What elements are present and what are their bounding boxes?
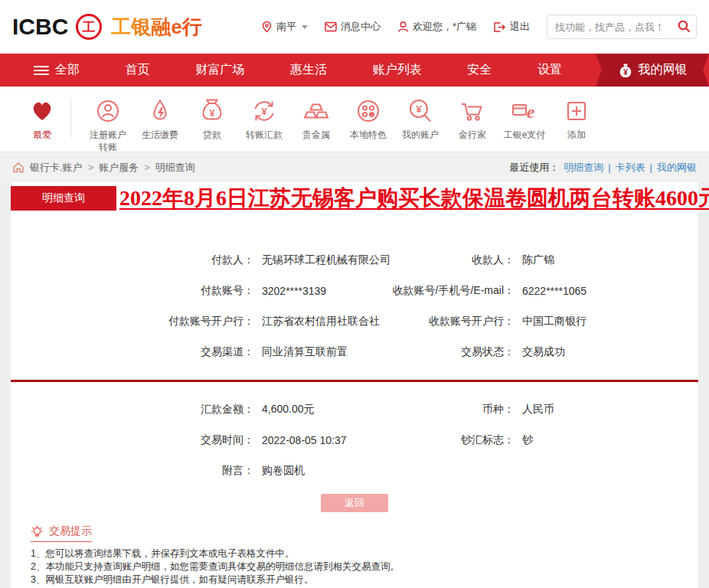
breadcrumb-separator: > bbox=[88, 162, 94, 173]
location-selector[interactable]: 南平 bbox=[261, 20, 308, 34]
recent-link-card-list[interactable]: 卡列表 bbox=[616, 161, 645, 175]
field-value-amount: 4,600.00元 bbox=[254, 403, 369, 416]
nav-item-home[interactable]: 首页 bbox=[126, 62, 150, 78]
quick-item-loan[interactable]: ¥ 贷款 bbox=[186, 96, 238, 142]
recent-used: 最近使用： 明细查询 | 卡列表 | 我的网银 bbox=[509, 161, 697, 175]
welcome-user[interactable]: 欢迎您，*广锦 bbox=[397, 20, 476, 34]
breadcrumb: 银行卡.账户 > 账户服务 > 明细查询 bbox=[12, 161, 195, 175]
quick-item-label: 本地特色 bbox=[346, 129, 390, 142]
plus-box-icon bbox=[562, 96, 591, 126]
icbc-logo[interactable]: ICBC 工 工银融e行 bbox=[12, 14, 202, 41]
quick-item-add[interactable]: 添加 bbox=[551, 96, 603, 142]
nav-label: 账户列表 bbox=[373, 62, 422, 78]
breadcrumb-part[interactable]: 明细查询 bbox=[155, 161, 195, 175]
quick-item-gold-trader[interactable]: 金行家 bbox=[446, 96, 498, 142]
water-drop-bolt-icon bbox=[145, 96, 175, 126]
promo-headline: 2022年8月6日江苏无锡客户购买长款保温卷圆机两台转账4600元 bbox=[119, 184, 709, 213]
tab-detail-query[interactable]: 明细查询 bbox=[11, 186, 116, 211]
recent-used-label: 最近使用： bbox=[509, 161, 559, 175]
chevron-down-icon bbox=[302, 25, 308, 29]
message-center-link[interactable]: 消息中心 bbox=[325, 20, 381, 34]
logout-label: 退出 bbox=[510, 20, 530, 34]
quick-item-local-features[interactable]: 本地特色 bbox=[342, 96, 394, 142]
quick-item-register-account-transfer[interactable]: 注册账户转账 bbox=[82, 96, 134, 153]
tip-item: 1、您可以将查询结果下载，并保存到文本或电子表格文件中。 bbox=[31, 547, 698, 560]
recent-link-my-ebank[interactable]: 我的网银 bbox=[657, 161, 697, 175]
svg-text:¥: ¥ bbox=[416, 103, 422, 115]
field-label-time: 交易时间： bbox=[11, 433, 254, 447]
field-value-memo: 购卷圆机 bbox=[254, 464, 369, 478]
logout-button[interactable]: 退出 bbox=[493, 20, 530, 34]
field-value-status: 交易成功 bbox=[515, 345, 698, 359]
money-pouch-icon: ¥ bbox=[198, 96, 227, 126]
transaction-details-bottom: 汇款金额： 4,600.00元 币种： 人民币 交易时间： 2022-08-05… bbox=[11, 394, 698, 486]
money-bag-icon: ¥ bbox=[618, 63, 633, 78]
field-label-payer-bank: 付款账号开户行： bbox=[11, 315, 254, 328]
nav-item-hui-life[interactable]: 惠生活 bbox=[290, 62, 327, 78]
field-label-payer-account: 付款账号： bbox=[11, 284, 254, 298]
field-value-payee: 陈广锦 bbox=[515, 253, 698, 267]
back-button[interactable]: 返回 bbox=[321, 494, 388, 512]
shopping-cart-icon bbox=[458, 96, 487, 126]
nav-label: 全部 bbox=[55, 62, 80, 78]
nav-label: 财富广场 bbox=[195, 62, 244, 78]
nav-item-account-list[interactable]: 账户列表 bbox=[373, 62, 422, 78]
nav-label: 设置 bbox=[537, 62, 562, 78]
user-icon bbox=[397, 21, 409, 33]
svg-text:¥: ¥ bbox=[623, 67, 628, 76]
quick-item-transfer-remit[interactable]: ¥ 转账汇款 bbox=[238, 96, 290, 142]
field-value-payer-bank: 江苏省农村信用社联合社 bbox=[254, 315, 369, 328]
field-label-amount: 汇款金额： bbox=[11, 403, 254, 416]
quick-item-label: 转账汇款 bbox=[242, 129, 286, 142]
top-header: ICBC 工 工银融e行 南平 消息中心 欢迎您，*广锦 退出 bbox=[0, 0, 709, 54]
nav-item-my-ebank[interactable]: ¥ 我的网银 bbox=[596, 54, 709, 87]
breadcrumb-part[interactable]: 银行卡.账户 bbox=[30, 161, 83, 175]
field-label-payer: 付款人： bbox=[11, 253, 254, 267]
lightbulb-icon bbox=[31, 525, 44, 538]
nav-label: 安全 bbox=[467, 62, 492, 78]
home-icon bbox=[12, 162, 25, 173]
location-pin-icon bbox=[261, 21, 273, 33]
magnifier-yuan-icon: ¥ bbox=[406, 96, 435, 126]
quick-item-life-payment[interactable]: 生活缴费 bbox=[134, 96, 186, 142]
search-icon[interactable] bbox=[678, 20, 691, 33]
quick-item-icbc-epay[interactable]: e 工银e支付 bbox=[498, 96, 551, 142]
quick-access-bar: 最爱 注册账户转账 生活缴费 ¥ 贷款 ¥ 转账汇款 贵金属 本地特色 ¥ 我的… bbox=[0, 87, 709, 152]
quick-item-label: 贷款 bbox=[190, 129, 234, 142]
search-input[interactable] bbox=[547, 15, 697, 39]
quick-item-label: 最爱 bbox=[20, 129, 64, 142]
quick-item-favorites[interactable]: 最爱 bbox=[20, 96, 64, 142]
field-label-currency: 币种： bbox=[369, 403, 515, 416]
brand-name: 工银融e行 bbox=[111, 14, 201, 41]
quick-item-my-account[interactable]: ¥ 我的账户 bbox=[394, 96, 446, 142]
transaction-tips: 交易提示 1、您可以将查询结果下载，并保存到文本或电子表格文件中。 2、本功能只… bbox=[31, 524, 698, 588]
breadcrumb-part[interactable]: 账户服务 bbox=[99, 161, 139, 175]
svg-text:e: e bbox=[527, 102, 535, 122]
nav-item-all[interactable]: 全部 bbox=[34, 62, 80, 78]
nav-item-wealth-plaza[interactable]: 财富广场 bbox=[195, 62, 244, 78]
nav-item-security[interactable]: 安全 bbox=[467, 62, 492, 78]
field-label-cash-flag: 钞汇标志： bbox=[369, 433, 515, 447]
heart-icon bbox=[28, 96, 57, 126]
pipe-separator: | bbox=[650, 162, 652, 173]
field-label-status: 交易状态： bbox=[369, 345, 515, 359]
tip-item: 3、网银互联账户明细由开户银行提供，如有疑问请联系开户银行。 bbox=[31, 573, 698, 586]
my-ebank-label: 我的网银 bbox=[639, 62, 688, 78]
quick-item-label: 生活缴费 bbox=[138, 129, 182, 142]
menu-icon bbox=[34, 64, 49, 77]
quick-item-label: 注册账户转账 bbox=[86, 129, 130, 153]
recent-link-detail-query[interactable]: 明细查询 bbox=[564, 161, 603, 175]
quick-item-label: 我的账户 bbox=[398, 129, 443, 142]
field-label-memo: 附言： bbox=[11, 464, 254, 478]
field-value-payee-bank: 中国工商银行 bbox=[515, 315, 698, 328]
quick-item-precious-metals[interactable]: 贵金属 bbox=[290, 96, 342, 142]
main-content: 明细查询 2022年8月6日江苏无锡客户购买长款保温卷圆机两台转账4600元 付… bbox=[11, 182, 698, 588]
nav-item-settings[interactable]: 设置 bbox=[537, 62, 562, 78]
field-value-payer-account: 3202****3139 bbox=[254, 285, 369, 297]
nav-label: 首页 bbox=[126, 62, 150, 78]
field-label-payee-bank: 收款账号开户行： bbox=[369, 315, 515, 328]
field-value-payer: 无锡环球工程机械有限公司 bbox=[254, 253, 369, 267]
breadcrumb-bar: 银行卡.账户 > 账户服务 > 明细查询 最近使用： 明细查询 | 卡列表 | … bbox=[0, 152, 709, 182]
tips-title: 交易提示 bbox=[49, 524, 92, 538]
location-label: 南平 bbox=[276, 20, 296, 34]
